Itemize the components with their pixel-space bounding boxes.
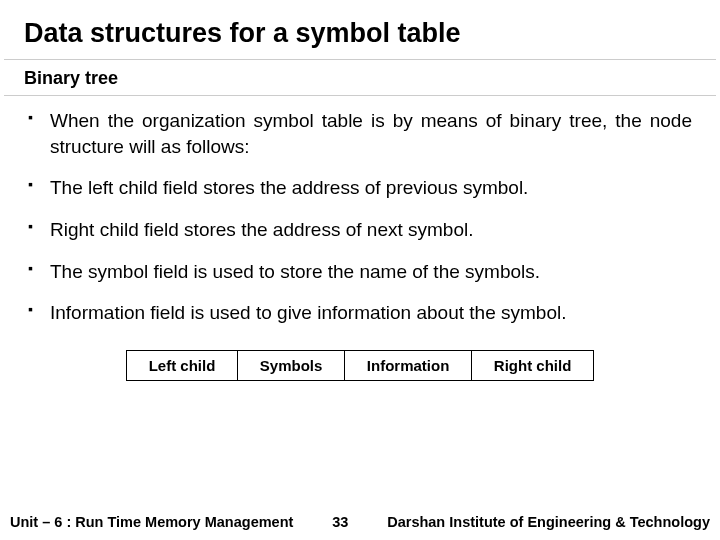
slide-title: Data structures for a symbol table [4, 0, 716, 60]
node-field-cell: Symbols [237, 350, 346, 381]
bullet-item: The left child field stores the address … [28, 175, 692, 201]
node-structure-table: Left child Symbols Information Right chi… [28, 350, 692, 381]
slide-subtitle: Binary tree [4, 60, 716, 96]
bullet-item: Right child field stores the address of … [28, 217, 692, 243]
slide: Data structures for a symbol table Binar… [0, 0, 720, 540]
node-field-cell: Left child [126, 350, 239, 381]
bullet-item: When the organization symbol table is by… [28, 108, 692, 159]
node-field-cell: Information [344, 350, 473, 381]
slide-footer: Unit – 6 : Run Time Memory Management 33… [0, 514, 720, 540]
slide-body: When the organization symbol table is by… [0, 96, 720, 514]
bullet-item: The symbol field is used to store the na… [28, 259, 692, 285]
footer-page-number: 33 [318, 514, 362, 530]
node-field-cell: Right child [471, 350, 595, 381]
bullet-list: When the organization symbol table is by… [28, 108, 692, 326]
footer-org: Darshan Institute of Engineering & Techn… [387, 514, 710, 530]
bullet-item: Information field is used to give inform… [28, 300, 692, 326]
footer-unit: Unit – 6 : Run Time Memory Management [10, 514, 293, 530]
